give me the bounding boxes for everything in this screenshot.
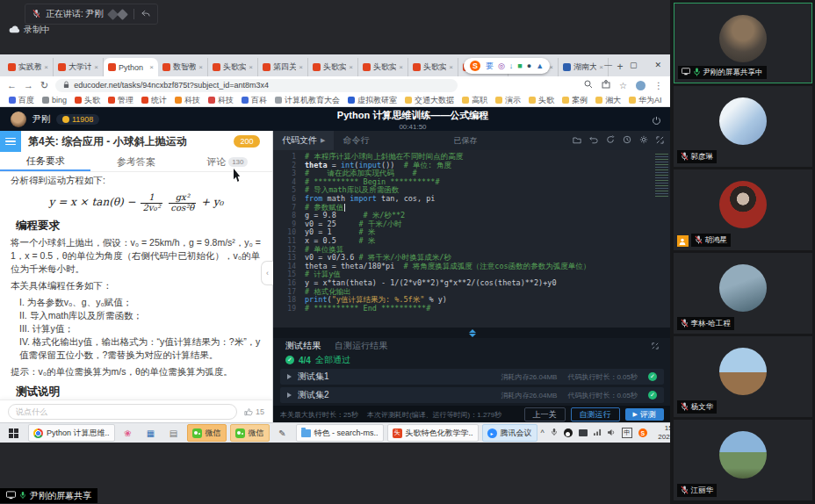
browser-tab[interactable]: 第四关× <box>258 58 308 76</box>
start-button[interactable] <box>2 423 25 443</box>
editor-minimap[interactable] <box>655 154 668 198</box>
browser-tab[interactable]: 实践教学× <box>4 58 54 76</box>
hamburger-menu-icon[interactable] <box>0 131 21 152</box>
sogou-toolbar[interactable]: S 要◎↓■●▲ <box>464 58 550 74</box>
sogou-logo-icon[interactable]: S <box>470 61 480 71</box>
forward-icon[interactable]: → <box>24 81 33 90</box>
bookmark-item[interactable]: 虚拟教研室 <box>348 95 397 106</box>
participant-tile[interactable]: 胡鸿星 <box>674 169 812 250</box>
participant-tile[interactable]: 杨文华 <box>674 336 812 417</box>
taskbar-meet-button[interactable]: ▸腾讯会议 <box>482 424 537 442</box>
tab-close-icon[interactable]: × <box>44 63 48 71</box>
browser-tab[interactable]: 头歌实践× <box>358 58 408 76</box>
participant-tile[interactable]: 江丽华 <box>674 420 812 500</box>
bookmark-item[interactable]: 计算机教育大会 <box>275 95 340 106</box>
sogou-tool-icon[interactable]: 要 <box>486 62 494 70</box>
code-editor[interactable]: 1# 本程序计算小球向上斜抛在不同时间点的高度2theta = int(inpu… <box>273 150 671 328</box>
undo-icon[interactable] <box>589 136 598 146</box>
expand-icon[interactable] <box>652 342 659 351</box>
tray-chevron-icon[interactable]: ^ <box>541 428 545 437</box>
tab-close-icon[interactable]: × <box>549 63 553 71</box>
fullscreen-icon[interactable] <box>656 136 664 146</box>
camera-tray-icon[interactable] <box>579 429 588 436</box>
bookmark-item[interactable]: 科技 <box>208 95 234 106</box>
bookmark-item[interactable]: 案例 <box>562 95 588 106</box>
tab-close-icon[interactable]: × <box>249 63 253 71</box>
bookmark-item[interactable]: 湘大 <box>595 95 621 106</box>
tab-comments[interactable]: 评论 130 <box>182 152 272 171</box>
sogou-tool-icon[interactable]: ▲ <box>536 62 544 70</box>
bookmark-item[interactable]: 百度 <box>9 95 34 106</box>
tab-close-icon[interactable]: × <box>94 63 98 71</box>
tab-close-icon[interactable]: × <box>149 63 154 71</box>
back-icon[interactable]: ← <box>7 81 17 90</box>
test-case-row[interactable]: 测试集1消耗内存26.04MB代码执行时长：0.05秒✓ <box>280 369 664 385</box>
taskbar-calc-button[interactable]: ▦ <box>141 425 161 441</box>
close-icon[interactable]: ✕ <box>654 61 661 69</box>
browser-tab[interactable]: 头歌实践× <box>208 58 258 76</box>
evaluate-button[interactable]: ▶ 评测 <box>625 408 664 421</box>
url-bar[interactable]: educoder.net/tasks/94ncxbzf875t?subject_… <box>55 79 458 92</box>
tab-close-icon[interactable]: × <box>599 63 603 71</box>
qq-tray-icon[interactable] <box>564 428 573 437</box>
tab-command-line[interactable]: 命令行 <box>334 134 378 147</box>
panel-collapse-handle[interactable]: ‹ <box>261 261 273 285</box>
sogou-tray-icon[interactable]: S <box>638 428 647 437</box>
profile-avatar[interactable] <box>636 81 646 90</box>
taskbar-chrome-button[interactable]: Python 计算思维.. <box>28 424 115 442</box>
like-button[interactable]: 15 <box>244 407 264 416</box>
network-icon[interactable] <box>594 428 602 437</box>
bookmark-item[interactable]: 管理 <box>108 95 133 106</box>
bookmark-item[interactable]: 头歌 <box>75 95 100 106</box>
volume-icon[interactable] <box>608 428 616 438</box>
browser-tab[interactable]: 头歌实践× <box>308 58 358 76</box>
reset-icon[interactable] <box>606 135 615 146</box>
taskbar-touge-button[interactable]: 头头歌特色化教学学.. <box>387 424 479 442</box>
bookmark-star-icon[interactable]: ☆ <box>619 81 627 90</box>
tab-close-icon[interactable]: × <box>399 63 403 71</box>
ime-indicator[interactable]: 中 <box>622 428 632 438</box>
bookmark-item[interactable]: bing <box>42 96 67 104</box>
bookmark-item[interactable]: 头歌 <box>529 95 554 106</box>
tab-close-icon[interactable]: × <box>299 63 303 71</box>
browser-tab[interactable]: Python× <box>104 58 158 76</box>
bookmark-item[interactable]: 高职 <box>462 95 487 106</box>
taskbar-wechat-button[interactable]: 微信 <box>187 424 227 442</box>
browser-tab[interactable]: 头歌实践× <box>408 58 458 76</box>
bookmark-item[interactable]: 统计 <box>141 95 167 106</box>
sogou-tool-icon[interactable]: ● <box>527 62 531 70</box>
tab-code-file[interactable]: 代码文件▶ <box>273 131 334 150</box>
comment-input[interactable] <box>8 404 237 420</box>
bookmark-item[interactable]: 百科 <box>242 95 267 106</box>
browser-tab[interactable]: 大学计算× <box>54 58 104 76</box>
bookmark-item[interactable]: 科技 <box>175 95 200 106</box>
bookmark-item[interactable]: 演示 <box>495 95 521 106</box>
previous-stage-button[interactable]: 上一关 <box>524 407 566 421</box>
taskbar-folder-button[interactable]: 特色 - search-ms.. <box>296 424 384 442</box>
taskbar-pink-button[interactable]: ❀ <box>119 425 138 441</box>
tab-task-requirements[interactable]: 任务要求 <box>0 152 90 171</box>
self-test-button[interactable]: 自测运行 <box>571 407 620 421</box>
sogou-tool-icon[interactable]: ◎ <box>498 62 505 70</box>
back-arrow-icon[interactable] <box>141 10 150 19</box>
history-icon[interactable] <box>623 135 631 146</box>
test-case-row[interactable]: 测试集2消耗内存26.04MB代码执行时长：0.05秒✓ <box>280 387 664 403</box>
sogou-tool-icon[interactable]: ↓ <box>509 62 514 70</box>
tab-test-results[interactable]: 测试结果 <box>285 340 321 352</box>
file-tree-icon[interactable] <box>573 136 581 146</box>
browser-tab[interactable]: 湖南大学× <box>559 58 609 76</box>
tab-close-icon[interactable]: × <box>449 63 453 71</box>
tab-reference-answer[interactable]: 参考答案 <box>90 152 181 171</box>
taskbar-note-button[interactable]: ▤ <box>164 425 184 441</box>
panel-splitter[interactable] <box>273 328 671 338</box>
taskbar-pen-button[interactable]: ✎ <box>273 425 292 441</box>
bookmark-item[interactable]: 华为AI <box>629 95 662 106</box>
search-icon[interactable] <box>584 80 593 90</box>
user-avatar[interactable] <box>11 112 26 127</box>
browser-tab[interactable]: 数智教育× <box>158 58 208 76</box>
tab-self-test-results[interactable]: 自测运行结果 <box>335 340 387 352</box>
power-icon[interactable] <box>652 113 661 129</box>
tray-mic-icon[interactable] <box>551 428 558 438</box>
sogou-tool-icon[interactable]: ■ <box>517 62 522 70</box>
participant-tile[interactable]: 郭彦琳 <box>674 86 812 167</box>
